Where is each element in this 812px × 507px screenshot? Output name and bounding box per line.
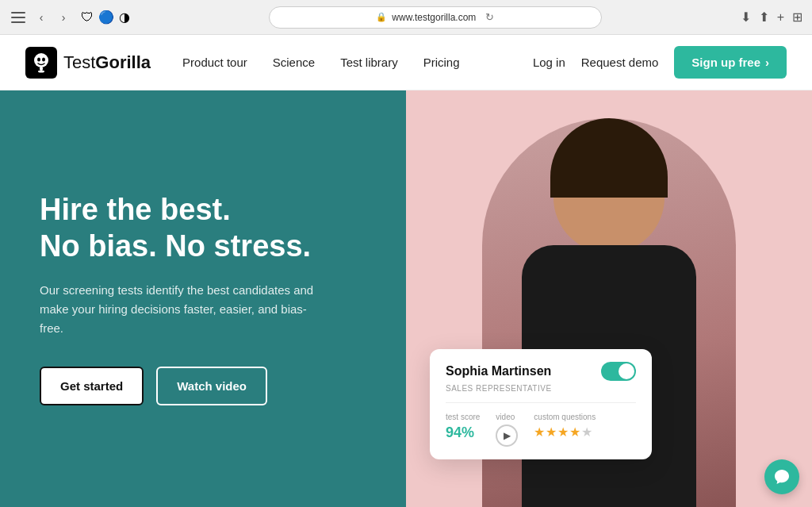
- nav-links: Product tour Science Test library Pricin…: [182, 56, 533, 69]
- card-metrics: Test score 94% Video ▶ Custom questions …: [446, 413, 636, 447]
- test-score-value: 94%: [446, 424, 480, 441]
- toggle-knob: [619, 363, 634, 379]
- logo-icon: [25, 47, 57, 79]
- custom-questions-metric: Custom questions ★★★★★: [534, 413, 596, 447]
- browser-chrome: ‹ › 🛡 🔵 ◑ 🔒 www.testgorilla.com ↻ ⬇ ⬆ + …: [0, 0, 812, 35]
- hero-section: Hire the best. No bias. No stress. Our s…: [0, 90, 812, 507]
- get-started-button[interactable]: Get started: [40, 367, 144, 405]
- browser-actions: ⬇ ⬆ + ⊞: [741, 10, 802, 25]
- nav-test-library[interactable]: Test library: [340, 56, 398, 69]
- security-icons: 🛡 🔵 ◑: [81, 10, 130, 25]
- svg-rect-0: [11, 12, 25, 13]
- test-score-metric: Test score 94%: [446, 413, 480, 447]
- video-metric: Video ▶: [496, 413, 518, 447]
- hero-subtext: Our screening tests identify the best ca…: [40, 281, 325, 338]
- video-play-icon[interactable]: ▶: [496, 424, 518, 447]
- shield-outline-icon: ◑: [119, 10, 130, 25]
- card-header: Sophia Martinsen: [446, 362, 636, 381]
- website: TestGorilla Product tour Science Test li…: [0, 35, 812, 507]
- signup-button[interactable]: Sign up free ›: [674, 46, 787, 79]
- hero-buttons: Get started Watch video: [40, 367, 366, 405]
- candidate-name: Sophia Martinsen: [446, 364, 551, 378]
- toggle-active[interactable]: [601, 362, 636, 381]
- shield-blue-icon: 🛡: [81, 10, 94, 25]
- download-icon[interactable]: ⬇: [741, 10, 751, 25]
- address-bar-wrapper: 🔒 www.testgorilla.com ↻: [136, 6, 734, 29]
- card-divider: [446, 402, 636, 403]
- lock-icon: 🔒: [376, 12, 387, 22]
- back-button[interactable]: ‹: [33, 10, 49, 25]
- test-score-label: Test score: [446, 413, 480, 421]
- star-rating: ★★★★★: [534, 424, 596, 440]
- grid-icon[interactable]: ⊞: [792, 10, 802, 25]
- nav-request-demo[interactable]: Request demo: [581, 56, 659, 69]
- svg-point-7: [38, 70, 44, 72]
- hero-right-panel: Sophia Martinsen Sales Representative Te…: [406, 90, 812, 507]
- candidate-role: Sales Representative: [446, 384, 636, 393]
- logo[interactable]: TestGorilla: [25, 47, 151, 79]
- svg-rect-6: [40, 67, 43, 71]
- svg-point-5: [42, 57, 45, 61]
- nav-login[interactable]: Log in: [533, 56, 565, 69]
- svg-rect-2: [11, 21, 25, 23]
- share-icon[interactable]: ⬆: [759, 10, 769, 25]
- reload-icon[interactable]: ↻: [485, 11, 494, 23]
- hero-headline-line2: No bias. No stress.: [40, 229, 311, 263]
- hero-headline: Hire the best. No bias. No stress.: [40, 192, 366, 264]
- svg-rect-1: [11, 17, 25, 18]
- watch-video-button[interactable]: Watch video: [156, 367, 267, 405]
- nav-right: Log in Request demo Sign up free ›: [533, 46, 787, 79]
- url-text: www.testgorilla.com: [392, 12, 476, 23]
- nav-science[interactable]: Science: [273, 56, 315, 69]
- hero-headline-line1: Hire the best.: [40, 193, 231, 226]
- svg-point-3: [34, 53, 48, 67]
- custom-questions-label: Custom questions: [534, 413, 596, 421]
- chat-bubble[interactable]: [764, 459, 799, 494]
- forward-button[interactable]: ›: [56, 10, 71, 25]
- navbar: TestGorilla Product tour Science Test li…: [0, 35, 812, 90]
- svg-point-4: [37, 57, 40, 61]
- hero-left-panel: Hire the best. No bias. No stress. Our s…: [0, 90, 406, 507]
- video-label: Video: [496, 413, 518, 421]
- logo-text: TestGorilla: [63, 52, 151, 73]
- nav-product-tour[interactable]: Product tour: [182, 56, 247, 69]
- address-bar[interactable]: 🔒 www.testgorilla.com ↻: [269, 6, 602, 29]
- circle-icon: 🔵: [98, 10, 114, 25]
- sidebar-toggle-icon[interactable]: [10, 9, 27, 26]
- candidate-card: Sophia Martinsen Sales Representative Te…: [430, 349, 652, 459]
- new-tab-icon[interactable]: +: [777, 10, 784, 25]
- nav-pricing[interactable]: Pricing: [423, 56, 460, 69]
